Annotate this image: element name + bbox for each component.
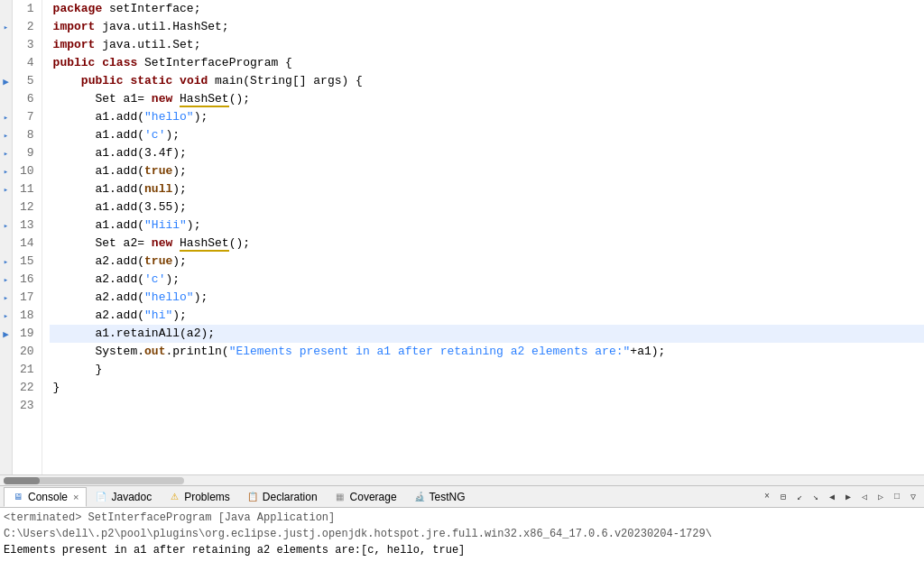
keyword: public [81, 74, 124, 87]
plain-text: (); [229, 92, 250, 106]
gutter-line-23 [0, 397, 12, 415]
gutter-line-11: ▸ [0, 180, 12, 198]
plain-text: SetInterfaceProgram { [137, 56, 292, 69]
problems-tab-icon: ⚠ [168, 491, 180, 503]
plain-text: a1.add(3.55); [53, 200, 187, 214]
maximize-button[interactable]: □ [890, 490, 904, 504]
line-number-17: 17 [20, 289, 34, 307]
code-line-12: a1.add(3.55); [50, 198, 924, 216]
code-line-15: a2.add(true); [50, 253, 924, 271]
plain-text: Set a1= [53, 92, 152, 106]
console-line-result: Elements present in a1 after retaining a… [4, 542, 920, 558]
code-line-7: a1.add("hello"); [50, 108, 924, 126]
plain-text: a1.add( [53, 128, 144, 142]
gutter-line-15: ▸ [0, 253, 12, 271]
tab-label-declaration: Declaration [263, 491, 318, 503]
code-line-11: a1.add(null); [50, 180, 924, 198]
line-number-5: 5 [20, 72, 34, 90]
code-container: ▸▶▸▸▸▸▸▸▸▸▸▸▶ 12345678910111213141516171… [0, 0, 924, 474]
code-line-6: Set a1= new HashSet(); [50, 90, 924, 108]
gutter-line-5: ▶ [0, 72, 12, 90]
scroll-end-button[interactable]: ↘ [808, 490, 823, 504]
string-literal: "Hiii" [144, 218, 187, 232]
gutter-line-8: ▸ [0, 126, 12, 144]
line-number-16: 16 [20, 271, 34, 289]
line-number-20: 20 [20, 343, 34, 361]
line-number-8: 8 [20, 126, 34, 144]
plain-text: a2.add( [53, 308, 144, 322]
code-line-18: a2.add("hi"); [50, 307, 924, 325]
code-line-13: a1.add("Hiii"); [50, 216, 924, 235]
line-number-12: 12 [20, 198, 34, 216]
gutter-line-10: ▸ [0, 162, 12, 180]
minimize-button[interactable]: ⊟ [776, 490, 790, 504]
tab-close-console[interactable]: × [73, 492, 79, 502]
keyword2: null [144, 182, 172, 196]
code-content[interactable]: package setInterface;import java.util.Ha… [42, 0, 924, 474]
plain-text [172, 236, 180, 250]
line-number-13: 13 [20, 216, 34, 235]
plain-text: ); [194, 290, 208, 304]
code-line-19: a1.retainAll(a2); [50, 325, 924, 343]
plain-text: ); [172, 164, 187, 178]
tab-javadoc[interactable]: 📄Javadoc [87, 487, 160, 507]
tab-console[interactable]: 🖥Console× [4, 487, 87, 507]
plain-text: (); [229, 236, 250, 250]
gutter-line-14 [0, 235, 12, 253]
gutter-line-7: ▸ [0, 108, 12, 126]
underlined-type: HashSet [180, 236, 229, 252]
tab-label-console: Console [28, 491, 68, 503]
plain-text: a1.add( [53, 218, 144, 232]
tab-coverage[interactable]: ▦Coverage [326, 487, 405, 507]
cut-button[interactable]: ◁ [857, 490, 872, 504]
line-number-19: 19 [20, 325, 34, 343]
plain-text: a1.add(3.4f); [53, 146, 187, 160]
close-console-button[interactable]: × [760, 490, 774, 504]
code-line-2: import java.util.HashSet; [50, 18, 924, 36]
view-menu-button[interactable]: ▽ [906, 490, 920, 504]
string-literal: "Elements present in a1 after retaining … [229, 345, 631, 358]
console-tab-icon: 🖥 [12, 491, 24, 503]
plain-text: } [53, 381, 60, 394]
keyword: new [152, 236, 172, 250]
coverage-tab-icon: ▦ [334, 491, 346, 503]
plain-text: java.util.Set; [95, 38, 200, 51]
gutter-line-22 [0, 379, 12, 397]
line-number-3: 3 [20, 36, 34, 54]
next-button[interactable]: ▶ [841, 490, 855, 504]
tab-bar: 🖥Console×📄Javadoc⚠Problems📋Declaration▦C… [0, 486, 924, 508]
code-line-3: import java.util.Set; [50, 36, 924, 54]
prev-button[interactable]: ◀ [825, 490, 839, 504]
horizontal-scrollbar[interactable] [0, 474, 924, 485]
code-line-22: } [50, 379, 924, 397]
plain-text: a2.add( [53, 272, 144, 286]
code-line-17: a2.add("hello"); [50, 289, 924, 307]
copy-button[interactable]: ▷ [873, 490, 888, 504]
line-number-22: 22 [20, 379, 34, 397]
left-gutter: ▸▶▸▸▸▸▸▸▸▸▸▸▶ [0, 0, 13, 474]
line-number-6: 6 [20, 90, 34, 108]
tab-label-testng: TestNG [430, 491, 466, 503]
line-number-9: 9 [20, 144, 34, 162]
tab-declaration[interactable]: 📋Declaration [238, 487, 326, 507]
scroll-lock-button[interactable]: ↙ [792, 490, 807, 504]
plain-text: ); [194, 110, 208, 124]
string-literal: 'c' [144, 272, 165, 286]
tab-problems[interactable]: ⚠Problems [160, 487, 238, 507]
scrollbar-track[interactable] [4, 477, 184, 484]
plain-text: ); [165, 128, 180, 142]
line-number-23: 23 [20, 397, 34, 415]
gutter-line-1 [0, 0, 12, 18]
line-number-18: 18 [20, 307, 34, 325]
line-number-10: 10 [20, 162, 34, 180]
tab-testng[interactable]: 🔬TestNG [405, 487, 474, 507]
declaration-tab-icon: 📋 [246, 491, 259, 503]
plain-text: } [53, 363, 103, 376]
plain-text: a1.add( [53, 182, 144, 196]
code-line-10: a1.add(true); [50, 162, 924, 180]
string-literal: "hello" [144, 110, 194, 124]
line-numbers: 1234567891011121314151617181920212223 [13, 0, 42, 474]
plain-text: Set a2= [53, 236, 152, 250]
scrollbar-thumb[interactable] [4, 477, 40, 484]
keyword: new [152, 92, 172, 106]
